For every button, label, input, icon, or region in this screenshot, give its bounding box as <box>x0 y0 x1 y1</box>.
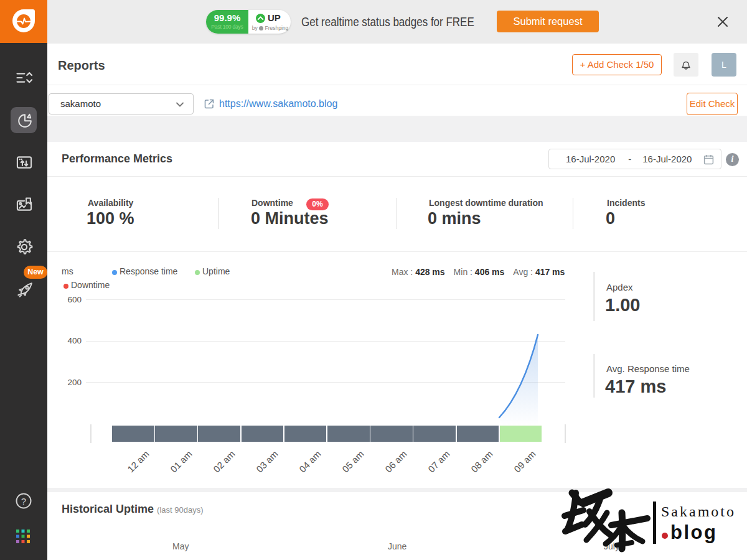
svg-text:?: ? <box>21 496 26 506</box>
